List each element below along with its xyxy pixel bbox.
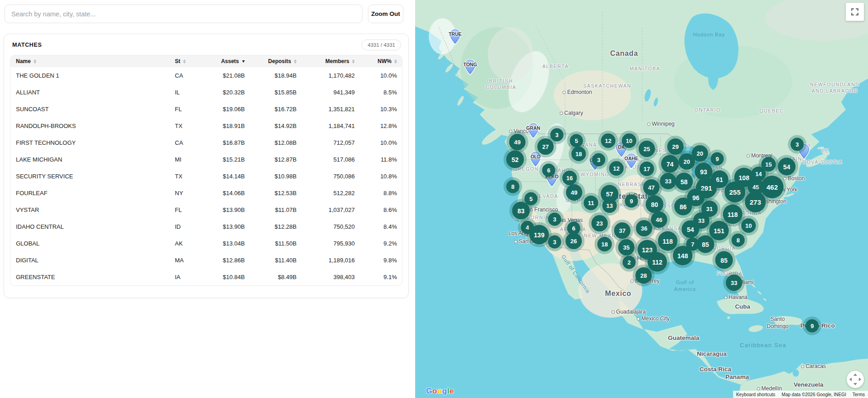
table-row[interactable]: ALLIANTIL$20.32B$15.85B941,3498.5% (10, 84, 402, 101)
map-cluster-marker[interactable]: 54 (778, 158, 796, 176)
map-cluster-marker[interactable]: 29 (667, 138, 684, 155)
map-cluster-marker[interactable]: 118 (658, 231, 678, 251)
map-cluster-marker[interactable]: 3 (548, 213, 561, 226)
map-cluster-marker[interactable]: 12 (601, 133, 615, 148)
map-cluster-marker[interactable]: 35 (618, 239, 635, 256)
map-label: Edmonton (563, 89, 592, 96)
map-pin-marker[interactable]: TONG (464, 59, 476, 75)
map-cluster-marker[interactable]: 49 (566, 184, 582, 201)
map-cluster-marker[interactable]: 13 (602, 198, 617, 213)
map-cluster-marker[interactable]: 52 (506, 151, 524, 168)
table-row[interactable]: VYSTARFL$13.90B$11.07B1,037,0278.6% (10, 201, 402, 218)
table-row[interactable]: SUNCOASTFL$19.06B$16.72B1,351,82110.3% (10, 101, 402, 118)
map-label: Winnipeg (647, 121, 675, 128)
map-cluster-marker[interactable]: 54 (682, 221, 699, 238)
search-input[interactable] (5, 5, 362, 23)
map-cluster-marker[interactable]: 151 (709, 221, 729, 241)
map-cluster-marker[interactable]: 46 (651, 211, 667, 228)
map-cluster-marker[interactable]: 462 (761, 176, 784, 198)
map-cluster-marker[interactable]: 255 (724, 182, 745, 202)
map-cluster-marker[interactable]: 2 (623, 256, 636, 269)
map-cluster-marker[interactable]: 3 (592, 153, 605, 167)
table-row[interactable]: RANDOLPH-BROOKSTX$18.91B$14.92B1,184,741… (10, 118, 402, 134)
map-cluster-marker[interactable]: 8 (506, 180, 520, 193)
table-row[interactable]: SECURITY SERVICETX$14.14B$10.98B750,0861… (10, 168, 402, 185)
map-cluster-marker[interactable]: 26 (565, 233, 582, 249)
map-cluster-marker[interactable]: 10 (741, 218, 756, 233)
column-header-members[interactable]: Members (297, 58, 355, 64)
table-row[interactable]: THE GOLDEN 1CA$21.08B$18.94B1,170,48210.… (10, 67, 402, 84)
map-cluster-marker[interactable]: 80 (646, 196, 664, 213)
map-cluster-marker[interactable]: 10 (622, 133, 636, 148)
map-cluster-marker[interactable]: 112 (648, 252, 667, 272)
map-cluster-marker[interactable]: 18 (571, 147, 586, 161)
fullscreen-button[interactable] (846, 3, 864, 21)
map-cluster-marker[interactable]: 118 (723, 205, 743, 224)
map-cluster-marker[interactable]: 23 (591, 215, 608, 231)
map-cluster-marker[interactable]: 33 (726, 275, 742, 291)
map-cluster-marker[interactable]: 37 (614, 222, 630, 239)
cell-members: 1,170,482 (297, 72, 355, 79)
google-logo[interactable]: Google (426, 387, 454, 396)
pan-control[interactable] (847, 371, 864, 388)
map-cluster-marker[interactable]: 3 (548, 236, 561, 249)
keyboard-shortcuts-link[interactable]: Keyboard shortcuts (733, 391, 779, 398)
map-pin-marker[interactable]: TRUE (449, 29, 461, 45)
map-cluster-marker[interactable]: 47 (643, 179, 660, 196)
map-cluster-marker[interactable]: 33 (660, 173, 676, 189)
map-cluster-marker[interactable]: 3 (791, 138, 804, 151)
map-cluster-marker[interactable]: 28 (635, 267, 652, 284)
map-cluster-marker[interactable]: 18 (597, 237, 612, 251)
map-cluster-marker[interactable]: 5 (570, 134, 583, 147)
map-cluster-marker[interactable]: 11 (584, 196, 598, 210)
column-header-nw[interactable]: NW% (355, 58, 397, 64)
map-label: Santo Domingo (767, 316, 789, 330)
table-row[interactable]: GLOBALAK$13.04B$11.50B795,9309.2% (10, 235, 402, 252)
table-row[interactable]: IDAHO CENTRALID$13.90B$12.28B750,5208.4% (10, 218, 402, 235)
map-cluster-marker[interactable]: 9 (711, 152, 724, 166)
terms-link[interactable]: Terms (849, 391, 868, 398)
map-cluster-marker[interactable]: 139 (530, 225, 549, 245)
map-cluster-marker[interactable]: 36 (636, 220, 652, 236)
table-row[interactable]: FOURLEAFNY$14.06B$12.53B512,2828.8% (10, 185, 402, 201)
map-cluster-marker[interactable]: 148 (673, 246, 693, 265)
map-cluster-marker[interactable]: 58 (675, 173, 693, 191)
map-cluster-marker[interactable]: 20 (679, 153, 695, 170)
map-pin-marker[interactable]: GRAN (527, 123, 539, 139)
map-cluster-marker[interactable]: 85 (697, 236, 714, 253)
map-cluster-marker[interactable]: 17 (640, 162, 654, 176)
table-row[interactable]: LAKE MICHIGANMI$15.21B$12.87B517,08611.8… (10, 151, 402, 168)
map-label: Costa Rica (699, 365, 731, 373)
map-cluster-marker[interactable]: 12 (609, 161, 624, 176)
column-header-st[interactable]: St (175, 58, 200, 64)
map-cluster-marker[interactable]: 9 (625, 195, 638, 208)
map-cluster-marker[interactable]: 3 (551, 128, 564, 142)
column-header-name[interactable]: Name (16, 58, 175, 64)
map-cluster-marker[interactable]: 8 (732, 234, 745, 247)
cell-name: GLOBAL (16, 240, 175, 247)
map-pin-marker[interactable]: OLD (530, 151, 541, 167)
cell-st: IA (175, 274, 200, 280)
table-row[interactable]: DIGITALMA$12.86B$11.40B1,189,0169.8% (10, 252, 402, 269)
map-cluster-marker[interactable]: 85 (715, 251, 733, 269)
column-header-deposits[interactable]: Deposits (245, 58, 297, 64)
map-cluster-marker[interactable]: 74 (661, 155, 679, 173)
map-cluster-marker[interactable]: 86 (675, 198, 692, 216)
table-row[interactable]: GREENSTATEIA$10.84B$8.49B398,4039.1% (10, 269, 402, 285)
map-cluster-marker[interactable]: 27 (537, 138, 554, 155)
map-cluster-marker[interactable]: 83 (512, 202, 530, 220)
map-cluster-marker[interactable]: 49 (509, 134, 526, 150)
column-header-assets[interactable]: Assets (200, 58, 245, 64)
map-cluster-marker[interactable]: 9 (806, 319, 819, 333)
map-canvas[interactable]: CanadaUnited StatesMexicoCubaGuatemalaNi… (415, 0, 868, 398)
map-cluster-marker[interactable]: 6 (542, 164, 556, 177)
cell-assets: $21.08B (200, 72, 245, 79)
map-pin-marker[interactable]: OAHE (625, 153, 637, 169)
table-row[interactable]: FIRST TECHNOLOGYCA$16.87B$12.08B712,0571… (10, 134, 402, 151)
map-label: Calgary (560, 110, 583, 117)
map-cluster-marker[interactable]: 16 (562, 171, 577, 185)
map-cluster-marker[interactable]: 25 (639, 141, 655, 157)
cell-members: 1,037,027 (297, 206, 355, 213)
zoom-out-button[interactable]: Zoom Out (368, 5, 403, 23)
map-cluster-marker[interactable]: 273 (745, 192, 766, 212)
